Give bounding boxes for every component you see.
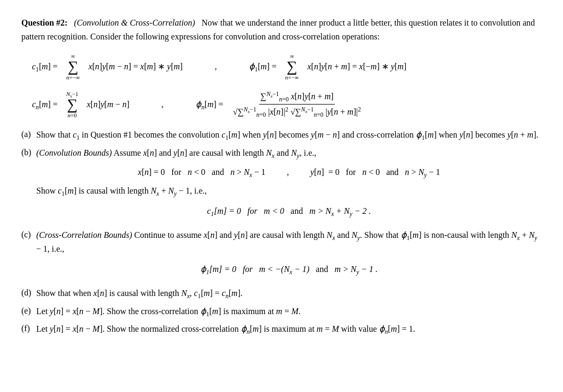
c1-equation: c1[m] = ∞ ∑ n=−∞ x[n]y[m − n] = x[m] ∗ y…	[32, 53, 183, 81]
question-block: Question #2: (Convolution & Cross-Correl…	[21, 16, 542, 336]
sum1: ∞ ∑ n=−∞	[66, 53, 80, 81]
part-b-math2: c1[m] = 0 for m < 0 and m > Nx + Ny − 2 …	[36, 204, 542, 218]
question-header: Question #2: (Convolution & Cross-Correl…	[21, 16, 542, 43]
part-f-content: Let y[n] = x[n − M]. Show the normalized…	[36, 322, 542, 336]
separator2: ,	[162, 98, 164, 111]
part-c-label: (c)	[21, 228, 36, 241]
cn-equation: cn[m] = Nx−1 ∑ n=0 x[n]y[m − n]	[32, 91, 130, 118]
part-b: (b) (Convolution Bounds) Assume x[n] and…	[21, 146, 542, 224]
part-c-content: (Cross-Correlation Bounds) Continue to a…	[36, 228, 542, 282]
part-e: (e) Let y[n] = x[n − M]. Show the cross-…	[21, 305, 542, 318]
question-number: Question #2:	[21, 18, 68, 27]
sum2: ∞ ∑ n=−∞	[285, 53, 299, 81]
part-c: (c) (Cross-Correlation Bounds) Continue …	[21, 228, 542, 282]
part-d: (d) Show that when x[n] is causal with l…	[21, 286, 542, 300]
part-b-content: (Convolution Bounds) Assume x[n] and y[n…	[36, 146, 542, 224]
part-f: (f) Let y[n] = x[n − M]. Show the normal…	[21, 322, 542, 336]
phin-equation: ϕn[m] = ∑Nx−1n=0 x[n]y[n + m] √∑Nx−1n=0 …	[196, 90, 362, 118]
part-a: (a) Show that c1 in Question #1 becomes …	[21, 128, 542, 142]
separator1: ,	[215, 60, 217, 73]
part-d-content: Show that when x[n] is causal with lengt…	[36, 286, 542, 300]
part-d-label: (d)	[21, 286, 36, 299]
part-b-math1: x[n] = 0 for n < 0 and n > Nx − 1 , y[n]…	[36, 165, 542, 179]
part-c-math: ϕ1[m] = 0 for m < −(Nx − 1) and m > Ny −…	[36, 262, 542, 276]
part-f-label: (f)	[21, 322, 36, 335]
part-e-label: (e)	[21, 305, 36, 317]
equations-row2: cn[m] = Nx−1 ∑ n=0 x[n]y[m − n] , ϕn[m] …	[21, 90, 542, 118]
question-title: (Convolution & Cross-Correlation)	[74, 18, 195, 27]
part-b-label: (b)	[21, 146, 36, 159]
comma-sep: ,	[287, 165, 289, 179]
phin-fraction: ∑Nx−1n=0 x[n]y[n + m] √∑Nx−1n=0 |x[n]|2 …	[232, 90, 362, 118]
phi1-equation: ϕ1[m] = ∞ ∑ n=−∞ x[n]y[n + m] = x[−m] ∗ …	[249, 53, 407, 81]
sum3: Nx−1 ∑ n=0	[66, 91, 78, 118]
part-e-content: Let y[n] = x[n − M]. Show the cross-corr…	[36, 305, 542, 318]
equations-row1: c1[m] = ∞ ∑ n=−∞ x[n]y[m − n] = x[m] ∗ y…	[21, 53, 542, 81]
part-a-content: Show that c1 in Question #1 becomes the …	[36, 128, 542, 142]
part-a-label: (a)	[21, 128, 36, 141]
